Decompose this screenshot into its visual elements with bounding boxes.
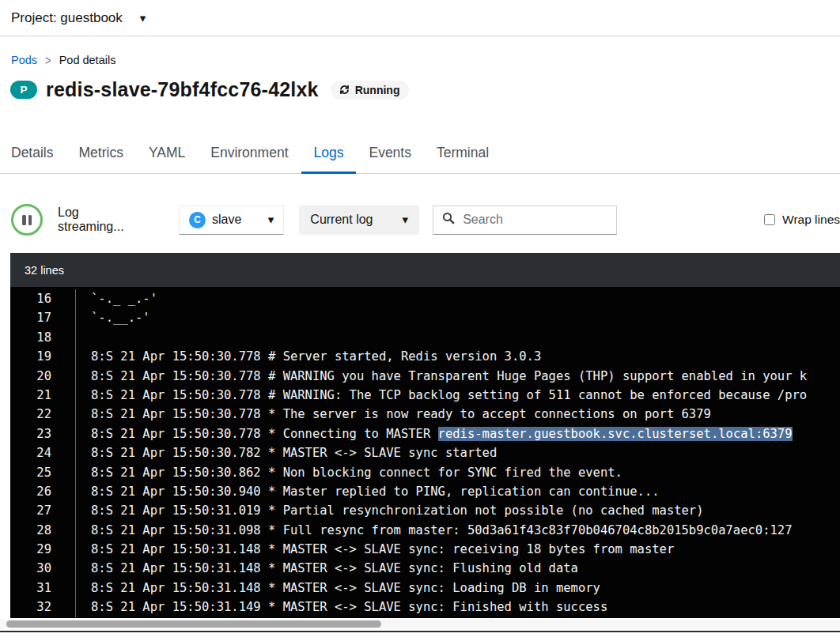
breadcrumb-link-pods[interactable]: Pods [11, 54, 37, 66]
log-line-number: 22 [10, 405, 76, 424]
log-line: 318:S 21 Apr 15:50:31.148 * MASTER <-> S… [10, 579, 840, 598]
log-line-text: 8:S 21 Apr 15:50:31.098 * Full resync fr… [76, 521, 793, 540]
pause-icon [28, 215, 32, 225]
container-select-value: slave [212, 213, 241, 227]
log-line-number: 17 [10, 308, 76, 327]
log-viewer-header: 32 lines [10, 253, 840, 287]
search-box [433, 205, 617, 235]
log-line-count: 32 lines [25, 264, 64, 277]
container-select[interactable]: C slave ▾ [179, 205, 284, 235]
log-line-number: 31 [10, 579, 76, 598]
log-line-text: 8:S 21 Apr 15:50:30.778 * The server is … [76, 405, 711, 424]
chevron-down-icon: ▾ [268, 213, 274, 227]
log-line: 17`-.__.-' [10, 308, 840, 327]
pause-icon [22, 215, 26, 225]
log-line-text: 8:S 21 Apr 15:50:30.782 * MASTER <-> SLA… [76, 443, 497, 462]
pod-resource-badge: P [10, 81, 37, 99]
log-line: 278:S 21 Apr 15:50:31.019 * Partial resy… [10, 501, 840, 520]
log-line: 248:S 21 Apr 15:50:30.782 * MASTER <-> S… [10, 443, 840, 462]
log-line: 218:S 21 Apr 15:50:30.778 # WARNING: The… [10, 386, 840, 405]
tab-terminal[interactable]: Terminal [424, 134, 501, 173]
log-streaming-status: Log streaming... [58, 205, 146, 234]
page-header: P redis-slave-79bf4fcc76-42lxk Running [10, 78, 840, 101]
chevron-down-icon: ▾ [140, 11, 146, 25]
log-viewer-bottom-border [0, 631, 840, 632]
log-type-select-value: Current log [310, 213, 373, 227]
log-line-number: 28 [10, 521, 76, 540]
log-line-number: 26 [10, 482, 76, 501]
tab-details[interactable]: Details [11, 134, 66, 173]
log-line: 288:S 21 Apr 15:50:31.098 * Full resync … [10, 521, 840, 540]
tab-yaml[interactable]: YAML [136, 134, 198, 173]
tab-events[interactable]: Events [356, 134, 424, 173]
log-line-text: 8:S 21 Apr 15:50:31.149 * MASTER <-> SLA… [76, 598, 607, 616]
search-icon [442, 212, 455, 228]
log-line-number: 18 [10, 328, 76, 347]
log-line: 268:S 21 Apr 15:50:30.940 * Master repli… [10, 482, 840, 501]
log-line-number: 29 [10, 540, 76, 559]
log-line: 16`-._ _.-' [10, 289, 840, 308]
log-line-number: 25 [10, 463, 76, 482]
wrap-lines-control: Wrap lines [764, 213, 840, 227]
log-type-select[interactable]: Current log ▾ [299, 205, 419, 235]
log-line-text: 8:S 21 Apr 15:50:31.148 * MASTER <-> SLA… [76, 559, 578, 578]
log-toolbar: Log streaming... C slave ▾ Current log ▾… [0, 204, 840, 236]
log-line: 18 [10, 328, 840, 347]
log-line-number: 21 [10, 386, 76, 405]
horizontal-scrollbar[interactable] [0, 620, 840, 629]
log-line: 208:S 21 Apr 15:50:30.778 # WARNING you … [10, 367, 840, 386]
wrap-lines-label: Wrap lines [782, 213, 840, 227]
log-line: 308:S 21 Apr 15:50:31.148 * MASTER <-> S… [10, 559, 840, 578]
tab-logs[interactable]: Logs [301, 134, 357, 174]
log-line-text: 8:S 21 Apr 15:50:31.148 * MASTER <-> SLA… [76, 540, 674, 559]
log-line-text: `-._ _.-' [76, 289, 157, 308]
log-line: 298:S 21 Apr 15:50:31.148 * MASTER <-> S… [10, 540, 840, 559]
chevron-down-icon: ▾ [403, 213, 409, 227]
chevron-right-icon: > [45, 52, 51, 68]
log-line-number: 27 [10, 501, 76, 520]
log-line: 238:S 21 Apr 15:50:30.778 * Connecting t… [10, 424, 840, 443]
log-line-number: 20 [10, 367, 76, 386]
log-line-text: 8:S 21 Apr 15:50:31.019 * Partial resync… [76, 501, 704, 520]
log-line: 258:S 21 Apr 15:50:30.862 * Non blocking… [10, 463, 840, 482]
project-selector[interactable]: Project: guestbook ▾ [0, 0, 840, 36]
log-line-text: 8:S 21 Apr 15:50:30.778 * Connecting to … [76, 424, 793, 443]
breadcrumb: Pods > Pod details [11, 54, 840, 66]
log-lines[interactable]: 16`-._ _.-'17`-.__.-'18198:S 21 Apr 15:5… [10, 287, 840, 618]
log-line-text: 8:S 21 Apr 15:50:31.148 * MASTER <-> SLA… [76, 579, 600, 598]
project-selector-label: Project: guestbook [11, 10, 123, 26]
log-line-text: `-.__.-' [76, 308, 150, 327]
tab-environment[interactable]: Environment [198, 134, 301, 173]
search-input[interactable] [463, 213, 607, 227]
log-line-text [76, 328, 91, 347]
pause-log-streaming-button[interactable] [11, 204, 43, 236]
log-line-number: 16 [10, 289, 76, 308]
tab-bar: Details Metrics YAML Environment Logs Ev… [0, 134, 840, 174]
status-badge-label: Running [355, 84, 400, 96]
page-title: redis-slave-79bf4fcc76-42lxk [46, 78, 319, 101]
scrollbar-thumb[interactable] [6, 620, 381, 628]
log-line-number: 19 [10, 347, 76, 366]
log-line-number: 30 [10, 559, 76, 578]
log-viewer: 32 lines 16`-._ _.-'17`-.__.-'18198:S 21… [10, 253, 840, 618]
sync-icon [339, 84, 350, 96]
selected-text: redis-master.guestbook.svc.clusterset.lo… [438, 427, 793, 441]
log-line: 228:S 21 Apr 15:50:30.778 * The server i… [10, 405, 840, 424]
wrap-lines-checkbox[interactable] [764, 214, 775, 225]
log-line-text: 8:S 21 Apr 15:50:30.862 * Non blocking c… [76, 463, 622, 482]
log-line-text: 8:S 21 Apr 15:50:30.778 # WARNING: The T… [76, 386, 807, 405]
log-line-text: 8:S 21 Apr 15:50:30.778 # WARNING you ha… [76, 367, 807, 386]
log-line: 198:S 21 Apr 15:50:30.778 # Server start… [10, 347, 840, 366]
breadcrumb-current: Pod details [59, 54, 116, 66]
log-line-number: 32 [10, 598, 76, 616]
log-line-number: 23 [10, 424, 76, 443]
log-line: 328:S 21 Apr 15:50:31.149 * MASTER <-> S… [10, 598, 840, 616]
log-line-text: 8:S 21 Apr 15:50:30.778 # Server started… [76, 347, 541, 366]
log-line-number: 24 [10, 443, 76, 462]
tab-metrics[interactable]: Metrics [66, 134, 136, 173]
status-badge: Running [331, 81, 410, 100]
container-badge: C [189, 212, 206, 228]
log-line-text: 8:S 21 Apr 15:50:30.940 * Master replied… [76, 482, 660, 501]
